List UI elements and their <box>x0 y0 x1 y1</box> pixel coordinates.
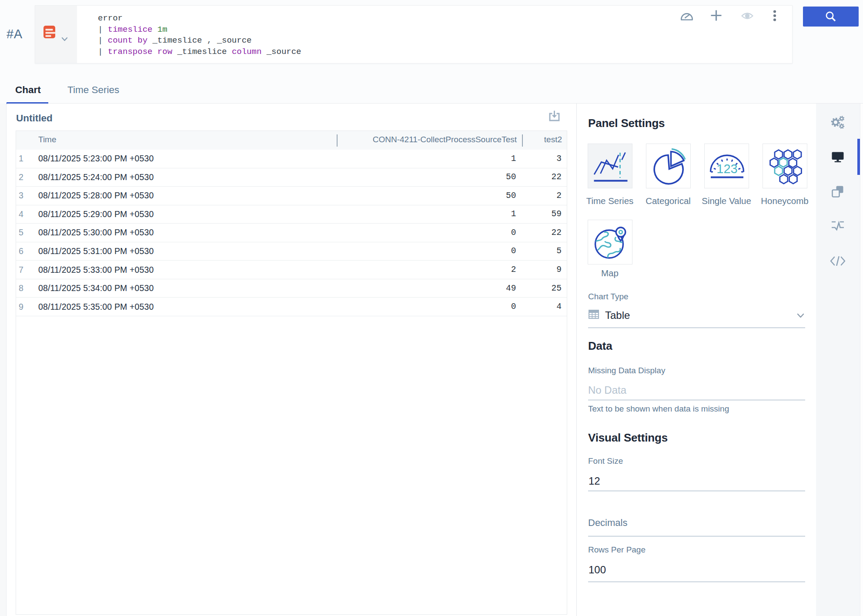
svg-text:123: 123 <box>716 162 737 176</box>
